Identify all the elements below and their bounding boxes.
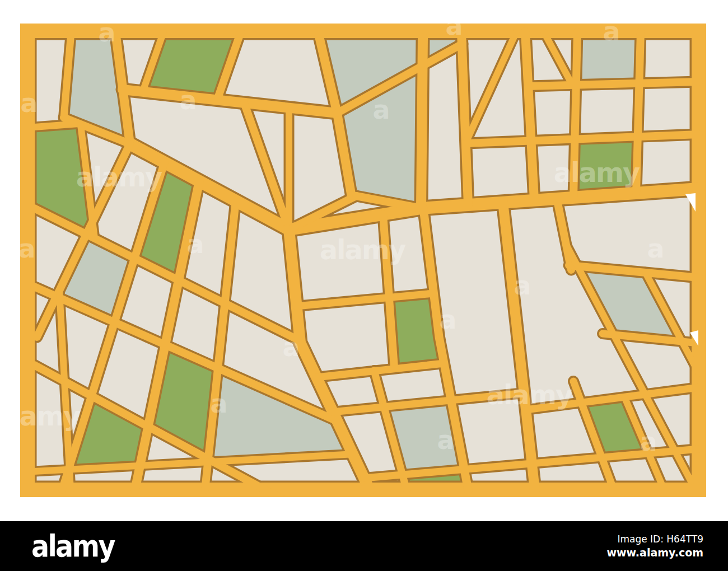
alamy-url-text: www.alamy.com	[606, 546, 703, 559]
watermark-word: alamy	[20, 400, 81, 432]
street-map-illustration: alamyalamyalamyalamyalamyaaaaaaaaaaaaaaa	[20, 24, 706, 497]
watermark-letter: a	[186, 229, 204, 259]
watermark-letter: a	[640, 427, 657, 457]
watermark-letter: a	[210, 389, 227, 419]
street-fill	[421, 38, 423, 208]
watermark-word: alamy	[76, 161, 162, 193]
street-fill	[34, 124, 79, 127]
watermark-letter: a	[647, 233, 664, 264]
footer-info: Image ID: H64TT9 www.alamy.com	[606, 533, 703, 559]
watermark-letter: a	[514, 270, 531, 301]
watermark-letter: a	[282, 332, 300, 362]
watermark-letter: a	[98, 24, 115, 48]
watermark-letter: a	[445, 24, 463, 41]
image-id-text: Image ID: H64TT9	[606, 533, 703, 545]
watermark-word: alamy	[320, 234, 406, 265]
watermark-letter: a	[437, 425, 454, 455]
stock-image-page: alamyalamyalamyalamyalamyaaaaaaaaaaaaaaa…	[0, 0, 728, 571]
map-canvas: alamyalamyalamyalamyalamyaaaaaaaaaaaaaaa	[20, 24, 706, 497]
watermark-word: alamy	[554, 157, 640, 188]
watermark-letter: a	[372, 95, 390, 125]
street-fill	[528, 82, 699, 86]
watermark-letter: a	[603, 24, 620, 46]
watermark-letter: a	[179, 85, 197, 115]
watermark-letter: a	[20, 88, 38, 118]
alamy-logo: alamy	[31, 531, 114, 561]
watermark-footer-bar: alamy Image ID: H64TT9 www.alamy.com	[0, 521, 728, 571]
watermark-word: alamy	[487, 379, 573, 410]
watermark-letter: a	[439, 305, 456, 335]
watermark-letter: a	[20, 233, 36, 264]
